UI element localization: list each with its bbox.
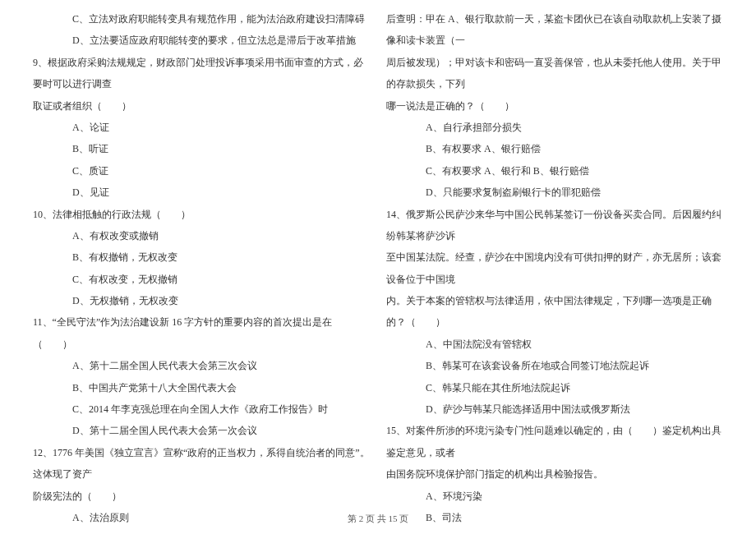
text-line: 11、“全民守法”作为法治建设新 16 字方针的重要内容的首次提出是在（ ） bbox=[33, 311, 370, 355]
text-line: 10、法律相抵触的行政法规（ ） bbox=[33, 204, 370, 225]
text-line: 至中国某法院。经查，萨沙在中国境内没有可供扣押的财产，亦无居所；该套设备位于中国… bbox=[386, 246, 723, 290]
text-line: A、自行承担部分损失 bbox=[386, 117, 723, 138]
text-line: C、物证 bbox=[386, 528, 723, 534]
text-line: B、中国共产党第十八大全国代表大会 bbox=[33, 377, 370, 398]
text-line: D、只能要求复制盗刷银行卡的罪犯赔偿 bbox=[386, 182, 723, 203]
text-line: A、有权改变或撤销 bbox=[33, 225, 370, 246]
text-line: 14、俄罗斯公民萨沙来华与中国公民韩某签订一份设备买卖合同。后因履约纠纷韩某将萨… bbox=[386, 204, 723, 247]
text-line: A、法治原则 bbox=[33, 507, 370, 528]
text-line: D、立法要适应政府职能转变的要求，但立法总是滞后于改革措施 bbox=[33, 30, 370, 51]
right-column: 后查明：甲在 A、银行取款前一天，某盗卡团伙已在该自动取款机上安装了摄像和读卡装… bbox=[378, 8, 731, 509]
text-line: A、中国法院没有管辖权 bbox=[386, 334, 723, 355]
text-line: C、2014 年李克强总理在向全国人大作《政府工作报告》时 bbox=[33, 398, 370, 420]
text-line: A、论证 bbox=[33, 117, 370, 138]
text-line: D、第十二届全国人民代表大会第一次会议 bbox=[33, 420, 370, 441]
text-line: 阶级宪法的（ ） bbox=[33, 486, 370, 507]
text-line: C、质证 bbox=[33, 160, 370, 182]
text-line: D、无权撤销，无权改变 bbox=[33, 290, 370, 311]
text-line: B、有权要求 A、银行赔偿 bbox=[386, 138, 723, 159]
text-line: B、有权撤销，无权改变 bbox=[33, 246, 370, 268]
text-line: 内。关于本案的管辖权与法律适用，依中国法律规定，下列哪一选项是正确的？（ ） bbox=[386, 290, 723, 334]
text-line: 哪一说法是正确的？（ ） bbox=[386, 95, 723, 117]
text-line: B、听证 bbox=[33, 138, 370, 159]
text-line: 12、1776 年美国《独立宣言》宣称“政府的正当权力，系得自统治者的同意”。这… bbox=[33, 442, 370, 486]
text-line: 取证或者组织（ ） bbox=[33, 95, 370, 117]
text-line: 后查明：甲在 A、银行取款前一天，某盗卡团伙已在该自动取款机上安装了摄像和读卡装… bbox=[386, 8, 723, 52]
text-line: 周后被发现）；甲对该卡和密码一直妥善保管，也从未委托他人使用。关于甲的存款损失，… bbox=[386, 52, 723, 95]
left-column: C、立法对政府职能转变具有规范作用，能为法治政府建设扫清障碍 D、立法要适应政府… bbox=[25, 8, 378, 509]
text-line: 由国务院环境保护部门指定的机构出具检验报告。 bbox=[386, 463, 723, 485]
text-line: 15、对案件所涉的环境污染专门性问题难以确定的，由（ ）鉴定机构出具鉴定意见，或… bbox=[386, 420, 723, 463]
page-columns: C、立法对政府职能转变具有规范作用，能为法治政府建设扫清障碍 D、立法要适应政府… bbox=[0, 0, 756, 509]
text-line: B、韩某可在该套设备所在地或合同签订地法院起诉 bbox=[386, 355, 723, 376]
text-line: D、萨沙与韩某只能选择适用中国法或俄罗斯法 bbox=[386, 398, 723, 420]
text-line: C、有权要求 A、银行和 B、银行赔偿 bbox=[386, 160, 723, 182]
text-line: A、环境污染 bbox=[386, 486, 723, 507]
text-line: C、韩某只能在其住所地法院起诉 bbox=[386, 377, 723, 398]
text-line: C、立法对政府职能转变具有规范作用，能为法治政府建设扫清障碍 bbox=[33, 8, 370, 30]
text-line: 9、根据政府采购法规规定，财政部门处理投诉事项采用书面审查的方式，必要时可以进行… bbox=[33, 52, 370, 95]
text-line: D、见证 bbox=[33, 182, 370, 203]
text-line: A、第十二届全国人民代表大会第三次会议 bbox=[33, 355, 370, 376]
text-line: B、人权原则 bbox=[33, 528, 370, 534]
text-line: B、司法 bbox=[386, 507, 723, 528]
text-line: C、有权改变，无权撤销 bbox=[33, 269, 370, 290]
